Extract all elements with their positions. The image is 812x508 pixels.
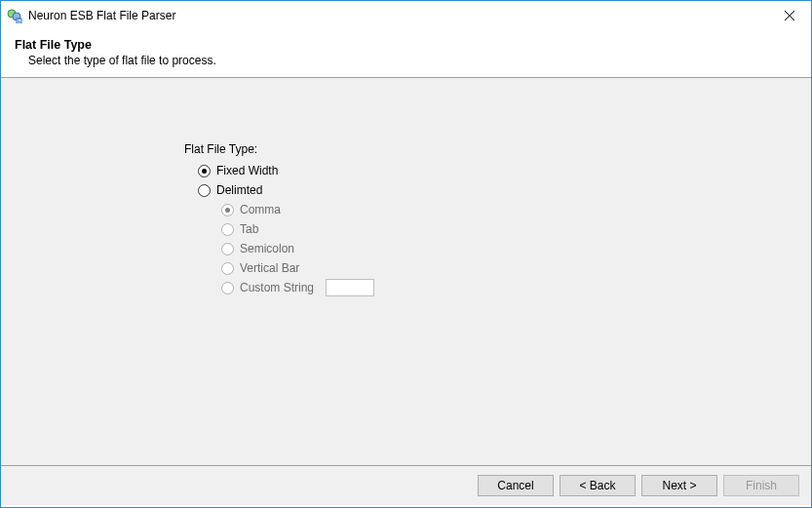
radio-delimited[interactable]: Delimted [184,180,374,200]
radio-label: Delimted [216,183,262,197]
page-subtitle: Select the type of flat file to process. [15,54,797,67]
flat-file-type-form: Flat File Type: Fixed Width Delimted Com… [184,142,374,297]
back-button[interactable]: < Back [560,475,636,496]
custom-string-input [326,279,374,296]
radio-icon [221,262,234,275]
wizard-content: Flat File Type: Fixed Width Delimted Com… [1,78,811,466]
finish-button: Finish [723,475,799,496]
radio-icon [198,184,211,197]
window-title: Neuron ESB Flat File Parser [28,9,767,22]
radio-icon [221,223,234,236]
group-label: Flat File Type: [184,142,374,156]
radio-vertical-bar: Vertical Bar [184,258,374,278]
radio-label: Semicolon [240,242,294,255]
radio-custom-string: Custom String [184,278,374,297]
wizard-header: Flat File Type Select the type of flat f… [1,30,811,77]
close-button[interactable] [767,1,811,30]
radio-icon [221,204,234,216]
radio-icon [221,243,234,255]
radio-label: Comma [240,203,281,216]
radio-label: Custom String [240,281,314,294]
radio-label: Tab [240,222,258,236]
radio-label: Vertical Bar [240,261,299,275]
titlebar: E Neuron ESB Flat File Parser [1,1,811,30]
radio-semicolon: Semicolon [184,239,374,258]
radio-comma: Comma [184,200,374,219]
close-icon [785,11,794,20]
radio-fixed-width[interactable]: Fixed Width [184,161,374,180]
app-icon: E [7,8,22,23]
radio-label: Fixed Width [216,164,278,177]
page-title: Flat File Type [15,38,797,52]
cancel-button[interactable]: Cancel [478,475,554,496]
radio-tab: Tab [184,219,374,239]
radio-icon [221,282,234,294]
next-button[interactable]: Next > [641,475,717,496]
radio-icon [198,165,211,177]
wizard-footer: Cancel < Back Next > Finish [1,466,811,505]
